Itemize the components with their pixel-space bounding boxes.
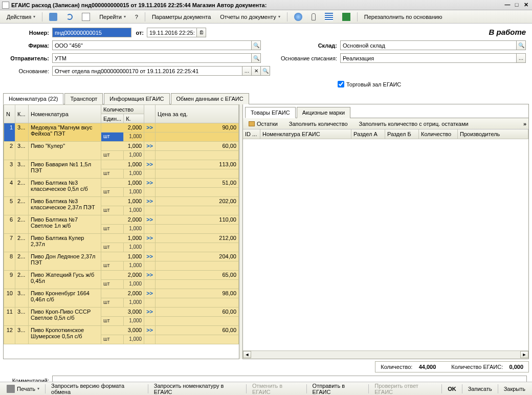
col-qty-egais[interactable]: Количество (419, 129, 458, 139)
scroll-left-button[interactable]: ◄ (243, 351, 251, 358)
hall-checkbox[interactable] (338, 81, 344, 87)
tab-transport[interactable]: Транспорт (64, 93, 103, 104)
close-doc-button[interactable]: Закрыть (500, 384, 529, 393)
globe-icon-button[interactable] (291, 11, 306, 23)
lines-icon (325, 13, 333, 21)
col-nom-egais[interactable]: Номенклатура ЕГАИС (260, 129, 351, 139)
col-k[interactable]: К... (15, 105, 29, 123)
refill-button[interactable]: Перезаполнить по основанию (361, 12, 446, 21)
save-icon-button[interactable] (46, 11, 61, 23)
more-button[interactable]: » (523, 121, 526, 127)
print-icon (7, 385, 15, 393)
actions-menu[interactable]: Действия (3, 12, 39, 21)
excel-icon-button[interactable] (339, 11, 354, 23)
help-icon-button[interactable]: ? (131, 12, 142, 21)
close-button[interactable]: ✕ (522, 2, 530, 9)
save-icon (49, 13, 57, 21)
cancel-egais-button[interactable]: Отменить в ЕГАИС (249, 381, 304, 396)
tab-nomenclature[interactable]: Номенклатура (22) (3, 93, 63, 104)
table-row[interactable]: 13...Медовуха "Магнум вкус Фейхоа" ПЭТ2,… (4, 123, 239, 133)
sender-input[interactable] (52, 53, 252, 63)
col-nomenclature[interactable]: Номенклатура (29, 105, 101, 123)
table-row[interactable]: 113...Пиво Кроп-Пиво СССР Светлое 0,5л с… (4, 308, 239, 317)
request-version-button[interactable]: Запросить версию формата обмена (48, 381, 146, 396)
goto-menu[interactable]: Перейти (96, 12, 129, 21)
rest-button[interactable]: Остатки (245, 119, 281, 128)
main-toolbar: Действия Перейти ? Параметры документа О… (0, 10, 532, 24)
left-pane: N К... Номенклатура Количество Цена за е… (3, 104, 239, 359)
basis-wo-select-button[interactable]: … (517, 53, 526, 63)
col-quantity[interactable]: Количество (101, 105, 144, 114)
table-row[interactable]: 82...Пиво Дон Ледяное 2,37л ПЭТ1,000>>20… (4, 252, 239, 261)
firm-lookup-button[interactable]: 🔍 (252, 40, 261, 50)
right-hscroll[interactable]: ◄ ► (243, 350, 528, 359)
copy-icon-button[interactable] (78, 11, 94, 23)
table-row[interactable]: 23...Пиво "Кулер"1,000>>60,00 (4, 142, 239, 151)
globe-icon (294, 13, 302, 21)
warehouse-lookup-button[interactable]: 🔍 (517, 40, 526, 50)
col-price[interactable]: Цена за ед. (156, 105, 239, 123)
sender-lookup-button[interactable]: 🔍 (252, 53, 261, 63)
firm-label: Фирма: (5, 42, 52, 49)
reports-menu[interactable]: Отчеты по документу (216, 12, 283, 21)
date-picker-button[interactable]: 🗓 (197, 28, 206, 37)
clip-icon (312, 13, 316, 20)
minimize-button[interactable]: — (503, 2, 512, 9)
refresh-icon (66, 14, 73, 20)
number-input[interactable] (52, 28, 131, 37)
totals-row: Количество: 44,000 Количество ЕГАИС: 0,0… (3, 361, 529, 372)
header-form: В работе Номер: от: 🗓 Фирма: 🔍 Склад: 🔍 … (0, 24, 532, 93)
table-row[interactable]: 72...Пиво Балтика Кулер 2,37л1,000>>212,… (4, 234, 239, 243)
ok-button[interactable]: OK (444, 384, 460, 393)
bottom-toolbar: Печать Запросить версию формата обмена З… (0, 382, 532, 395)
excel-icon (342, 13, 350, 21)
refresh-icon-button[interactable] (63, 12, 76, 21)
col-unit[interactable]: Един... (101, 114, 124, 123)
col-k2[interactable]: К. (124, 114, 144, 123)
content-split: N К... Номенклатура Количество Цена за е… (3, 104, 529, 359)
params-button[interactable]: Параметры документа (148, 12, 214, 21)
basis-lookup-button[interactable]: 🔍 (261, 66, 270, 76)
right-grid-body[interactable] (243, 139, 528, 350)
request-nomenclature-button[interactable]: Запросить номенклатуру в ЕГАИС (150, 381, 244, 396)
scroll-right-button[interactable]: ► (520, 351, 528, 358)
col-producer[interactable]: Производитель (458, 129, 528, 139)
tab-goods-egais[interactable]: Товары ЕГАИС (245, 107, 296, 118)
fill-qty-button[interactable]: Заполнить количество (285, 119, 351, 128)
fill-qty-neg-button[interactable]: Заполнить количество с отриц. остатками (356, 119, 472, 128)
right-grid-header: ID ... Номенклатура ЕГАИС Раздел А Разде… (243, 129, 528, 139)
col-section-b[interactable]: Раздел Б (385, 129, 419, 139)
firm-input[interactable] (52, 40, 252, 50)
tab-info-egais[interactable]: Информация ЕГАИС (104, 93, 169, 104)
check-egais-button[interactable]: Проверить ответ ЕГАИС (371, 381, 439, 396)
nomenclature-table[interactable]: N К... Номенклатура Количество Цена за е… (4, 104, 239, 344)
col-arrow (144, 105, 156, 123)
table-row[interactable]: 33...Пиво Бавария №1 1,5л ПЭТ1,000>>113,… (4, 160, 239, 169)
status-badge: В работе (489, 28, 526, 36)
col-n[interactable]: N (4, 105, 15, 123)
tab-excise-marks[interactable]: Акцизные марки (297, 107, 351, 118)
lines-icon-button[interactable] (321, 11, 337, 23)
table-row[interactable]: 92...Пиво Жатецкий Гусь ж/б 0,45л2,000>>… (4, 271, 239, 280)
table-row[interactable]: 123...Пиво Кропоткинское Шумерское 0,5л … (4, 326, 239, 335)
print-menu[interactable]: Печать (3, 383, 43, 394)
maximize-button[interactable]: □ (513, 2, 521, 9)
basis-select-button[interactable]: … (242, 66, 252, 76)
date-input[interactable] (147, 28, 197, 37)
basis-clear-button[interactable]: ✕ (252, 66, 261, 76)
send-egais-button[interactable]: Отправить в ЕГАИС (309, 381, 367, 396)
col-section-a[interactable]: Раздел А (351, 129, 385, 139)
hall-label: Торговый зал ЕГАИС (346, 81, 401, 87)
col-id[interactable]: ID ... (243, 129, 260, 139)
clip-icon-button[interactable] (308, 12, 319, 22)
box-icon (249, 121, 255, 126)
table-row[interactable]: 42...Пиво Балтика №3 классическое 0,5л с… (4, 179, 239, 188)
warehouse-input[interactable] (340, 40, 517, 50)
tab-exchange[interactable]: Обмен данными с ЕГАИС (171, 93, 249, 104)
table-row[interactable]: 103...Пиво Кроненбург 1664 0,46л с/б2,00… (4, 289, 239, 298)
basis-wo-input[interactable] (340, 53, 517, 63)
table-row[interactable]: 52...Пиво Балтика №3 классическое 2,37л … (4, 197, 239, 206)
save-button[interactable]: Записать (464, 384, 496, 393)
table-row[interactable]: 62...Пиво Балтика №7 Светлое 1л ж/б2,000… (4, 215, 239, 225)
basis-input[interactable] (52, 66, 242, 76)
